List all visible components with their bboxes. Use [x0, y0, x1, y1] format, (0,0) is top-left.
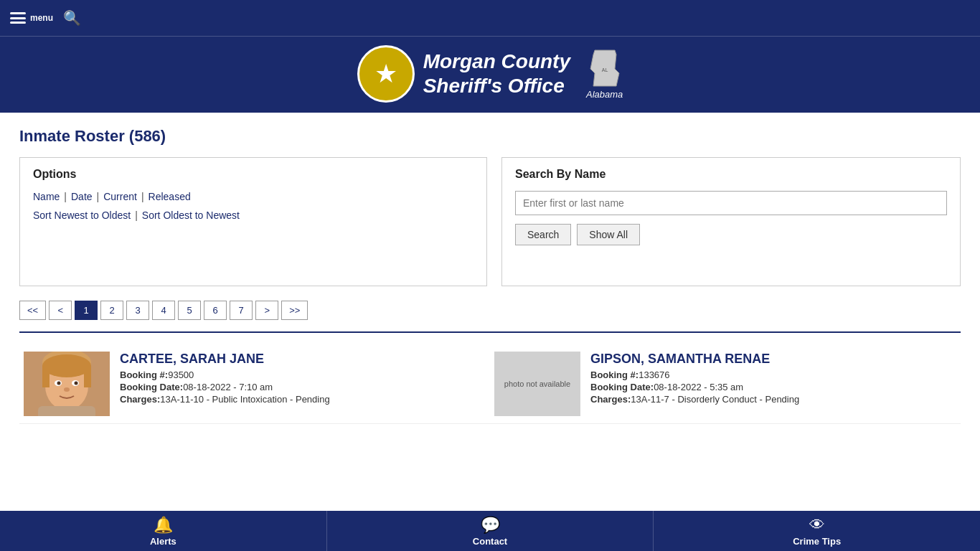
state-label: Alabama — [586, 89, 623, 100]
inmate-face-svg — [24, 352, 110, 416]
options-box: Options Name | Date | Current | Released… — [19, 157, 487, 286]
sep1: | — [64, 191, 67, 202]
table-row: photo not available GIPSON, SAMANTHA REN… — [490, 344, 961, 424]
page-title: Inmate Roster (586) — [19, 127, 961, 146]
logo-area: ★ Morgan County Sheriff's Office AL Alab… — [357, 45, 623, 103]
menu-toggle[interactable]: menu — [10, 12, 53, 24]
inmates-grid: CARTEE, SARAH JANE Booking #:93500 Booki… — [19, 344, 961, 424]
options-search-row: Options Name | Date | Current | Released… — [19, 157, 961, 286]
inmate-charges-1: Charges:13A-11-10 - Public Intoxication … — [120, 394, 486, 405]
search-heading: Search By Name — [515, 168, 947, 181]
top-nav: menu 🔍 — [0, 0, 980, 36]
sep3: | — [141, 191, 144, 202]
page-last[interactable]: >> — [281, 301, 308, 320]
svg-point-12 — [64, 387, 70, 392]
page-next[interactable]: > — [255, 301, 278, 320]
inmate-photo-placeholder-2: photo not available — [494, 352, 580, 416]
sheriff-badge: ★ — [357, 45, 415, 103]
inmate-booking-date-1: Booking Date:08-18-2022 - 7:10 am — [120, 382, 486, 392]
table-row: CARTEE, SARAH JANE Booking #:93500 Booki… — [19, 344, 490, 424]
options-heading: Options — [33, 168, 473, 181]
svg-text:AL: AL — [601, 67, 608, 72]
filter-date-link[interactable]: Date — [71, 191, 93, 202]
search-button[interactable]: Search — [515, 224, 571, 245]
inmate-name-2[interactable]: GIPSON, SAMANTHA RENAE — [590, 352, 956, 367]
inmate-photo-1 — [24, 352, 110, 416]
page-2[interactable]: 2 — [100, 301, 123, 320]
sort-links: Sort Newest to Oldest | Sort Oldest to N… — [33, 209, 473, 221]
inmate-booking-num-1: Booking #:93500 — [120, 369, 486, 380]
search-icon[interactable]: 🔍 — [63, 9, 81, 27]
filter-current-link[interactable]: Current — [103, 191, 137, 202]
svg-rect-6 — [42, 366, 50, 387]
menu-label: menu — [30, 13, 53, 23]
main-content: Inmate Roster (586) Options Name | Date … — [9, 113, 971, 424]
search-buttons: Search Show All — [515, 224, 947, 245]
options-links: Name | Date | Current | Released — [33, 191, 473, 202]
org-line2: Sheriff's Office — [423, 74, 570, 98]
inmate-booking-date-2: Booking Date:08-18-2022 - 5:35 am — [590, 382, 956, 392]
page-3[interactable]: 3 — [126, 301, 149, 320]
showall-button[interactable]: Show All — [577, 224, 640, 245]
inmate-info-2: GIPSON, SAMANTHA RENAE Booking #:133676 … — [590, 352, 956, 416]
sep2: | — [97, 191, 100, 202]
svg-rect-13 — [38, 406, 95, 416]
svg-rect-7 — [84, 366, 91, 387]
inmate-booking-num-2: Booking #:133676 — [590, 369, 956, 380]
badge-star-icon: ★ — [374, 61, 397, 87]
hamburger-icon — [10, 12, 26, 24]
org-line1: Morgan County — [423, 50, 570, 74]
filter-released-link[interactable]: Released — [149, 191, 191, 202]
sort-newest-link[interactable]: Sort Newest to Oldest — [33, 209, 131, 221]
page-1[interactable]: 1 — [75, 301, 98, 320]
page-5[interactable]: 5 — [178, 301, 201, 320]
page-first[interactable]: << — [19, 301, 46, 320]
org-name: Morgan County Sheriff's Office — [423, 50, 570, 98]
sep4: | — [135, 209, 138, 221]
site-header: ★ Morgan County Sheriff's Office AL Alab… — [0, 36, 980, 113]
inmate-name-1[interactable]: CARTEE, SARAH JANE — [120, 352, 486, 367]
search-box: Search By Name Search Show All — [501, 157, 961, 286]
svg-point-11 — [75, 382, 78, 385]
page-4[interactable]: 4 — [152, 301, 175, 320]
search-input[interactable] — [515, 191, 947, 215]
pagination: << < 1 2 3 4 5 6 7 > >> — [19, 301, 961, 320]
divider — [19, 331, 961, 333]
alabama-map-icon: AL — [589, 49, 621, 88]
inmate-charges-2: Charges:13A-11-7 - Disorderly Conduct - … — [590, 394, 956, 405]
inmate-info-1: CARTEE, SARAH JANE Booking #:93500 Booki… — [120, 352, 486, 416]
svg-point-10 — [57, 382, 61, 385]
sort-oldest-link[interactable]: Sort Oldest to Newest — [142, 209, 240, 221]
svg-point-5 — [42, 354, 91, 377]
page-6[interactable]: 6 — [204, 301, 227, 320]
page-7[interactable]: 7 — [230, 301, 253, 320]
page-prev[interactable]: < — [49, 301, 72, 320]
state-map-area: AL Alabama — [586, 49, 623, 100]
filter-name-link[interactable]: Name — [33, 191, 60, 202]
